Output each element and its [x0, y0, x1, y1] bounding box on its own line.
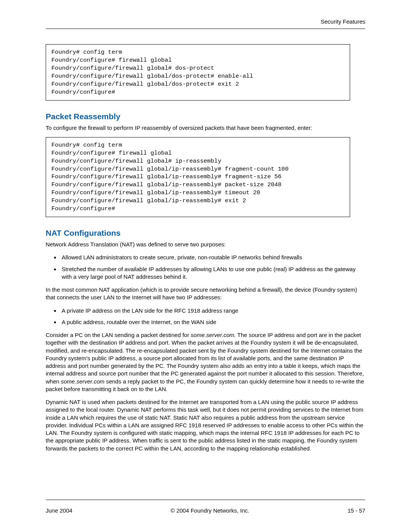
page-footer: June 2004 © 2004 Foundry Networks, Inc. … — [46, 507, 365, 514]
text-run: The source IP address and port are in th… — [46, 332, 364, 385]
para-nat-intro: Network Address Translation (NAT) was de… — [46, 241, 365, 248]
list-item: A public address, routable over the Inte… — [60, 318, 365, 326]
code-block-dos-protect: Foundry# config term Foundry/configure# … — [46, 44, 350, 101]
bullets-nat-addresses: A private IP address on the LAN side for… — [46, 307, 365, 326]
footer-right: 15 - 57 — [347, 507, 365, 514]
bullets-nat-purposes: Allowed LAN administrators to create sec… — [46, 254, 365, 281]
footer-center: © 2004 Foundry Networks, Inc. — [170, 507, 249, 514]
list-item: A private IP address on the LAN side for… — [60, 307, 365, 315]
list-item: Allowed LAN administrators to create sec… — [60, 254, 365, 261]
para-packet-reassembly: To configure the firewall to perform IP … — [46, 124, 365, 132]
text-italic: some.server.com — [61, 378, 104, 385]
header-right-text: Security Features — [320, 18, 365, 25]
list-item: Stretched the number of available IP add… — [60, 265, 365, 281]
footer-rule — [46, 500, 365, 500]
para-dynamic-nat: Dynamic NAT is used when packets destine… — [46, 398, 365, 452]
page: Security Features Foundry# config term F… — [0, 0, 411, 532]
text-italic: some.server.com. — [191, 332, 236, 338]
page-header: Security Features — [46, 18, 365, 25]
code-block-ip-reassembly: Foundry# config term Foundry/configure# … — [46, 137, 350, 217]
para-nat-example: Consider a PC on the LAN sending a packe… — [46, 331, 365, 393]
footer-left: June 2004 — [46, 507, 72, 514]
text-run: Consider a PC on the LAN sending a packe… — [46, 332, 191, 338]
heading-packet-reassembly: Packet Reassembly — [46, 112, 365, 121]
header-rule — [46, 29, 365, 29]
heading-nat-configurations: NAT Configurations — [46, 228, 365, 238]
para-nat-application: In the most common NAT application (whic… — [46, 286, 365, 302]
